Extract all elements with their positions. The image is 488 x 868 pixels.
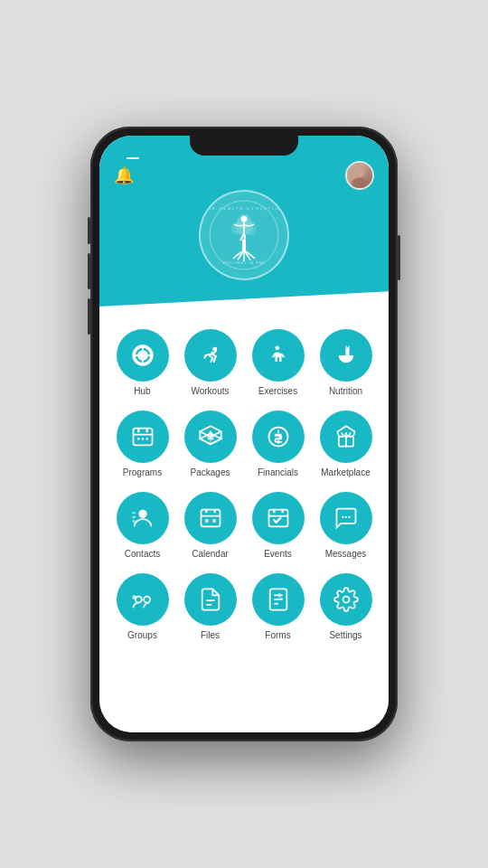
programs-label: Programs xyxy=(123,467,162,477)
nutrition-icon-circle xyxy=(320,329,372,382)
silent-switch xyxy=(88,298,90,335)
header-icons: 🔔 xyxy=(99,161,389,190)
svg-text:WELLNESS IN ONE: WELLNESS IN ONE xyxy=(222,261,265,265)
grid-item-financials[interactable]: Financials xyxy=(246,407,310,481)
svg-rect-34 xyxy=(205,519,209,523)
svg-point-41 xyxy=(344,516,346,518)
svg-rect-22 xyxy=(141,438,143,439)
financials-icon-circle xyxy=(252,410,305,463)
svg-rect-50 xyxy=(278,593,280,598)
bell-icon: 🔔 xyxy=(114,165,134,185)
events-icon-circle xyxy=(252,492,305,544)
svg-point-26 xyxy=(138,510,146,518)
svg-text:THE HEALTH EVOLUTION: THE HEALTH EVOLUTION xyxy=(208,206,280,211)
logo-circle: THE HEALTH EVOLUTION WELLNESS IN ONE xyxy=(199,190,289,280)
volume-up-button xyxy=(88,217,90,244)
grid-item-messages[interactable]: Messages xyxy=(314,488,378,562)
grid-item-forms[interactable]: Forms xyxy=(246,570,310,644)
exercises-icon-circle xyxy=(252,329,305,382)
svg-rect-51 xyxy=(280,598,282,599)
notification-bell[interactable]: 🔔 xyxy=(114,161,134,190)
notification-badge xyxy=(127,157,139,159)
svg-point-9 xyxy=(237,213,251,228)
hub-icon-circle xyxy=(117,329,169,382)
events-label: Events xyxy=(264,549,292,559)
svg-point-52 xyxy=(343,597,349,603)
svg-rect-28 xyxy=(132,516,136,518)
messages-icon-circle xyxy=(320,492,372,544)
svg-rect-27 xyxy=(132,512,136,514)
grid-item-packages[interactable]: Packages xyxy=(178,407,242,481)
grid-item-files[interactable]: Files xyxy=(178,570,242,644)
settings-label: Settings xyxy=(329,630,361,640)
grid-item-events[interactable]: Events xyxy=(246,488,310,562)
header-area: 🔔 xyxy=(99,136,389,335)
svg-rect-29 xyxy=(132,520,136,522)
grid-item-contacts[interactable]: Contacts xyxy=(110,488,174,562)
messages-label: Messages xyxy=(325,549,367,559)
svg-point-42 xyxy=(348,516,350,518)
groups-icon-circle xyxy=(117,573,169,626)
calendar-label: Calendar xyxy=(192,549,229,559)
grid-item-hub[interactable]: Hub xyxy=(110,326,174,400)
svg-rect-30 xyxy=(201,510,220,527)
logo-svg: THE HEALTH EVOLUTION WELLNESS IN ONE xyxy=(208,199,280,271)
svg-point-14 xyxy=(141,354,145,357)
phone-screen: 🔔 xyxy=(99,136,389,732)
grid-item-settings[interactable]: Settings xyxy=(314,570,378,644)
groups-label: Groups xyxy=(127,630,157,640)
grid-item-exercises[interactable]: Exercises xyxy=(246,326,310,400)
svg-point-1 xyxy=(352,178,368,189)
settings-icon-circle xyxy=(320,573,372,626)
svg-point-16 xyxy=(212,347,217,352)
grid-item-calendar[interactable]: Calendar xyxy=(178,488,242,562)
grid-item-nutrition[interactable]: Nutrition xyxy=(314,326,378,400)
forms-label: Forms xyxy=(265,630,290,640)
grid-item-workouts[interactable]: Workouts xyxy=(178,326,242,400)
grid-item-marketplace[interactable]: Marketplace xyxy=(314,407,378,481)
svg-rect-43 xyxy=(132,595,136,599)
hub-label: Hub xyxy=(134,386,150,396)
exercises-label: Exercises xyxy=(258,386,297,396)
avatar-image xyxy=(347,163,372,188)
svg-rect-36 xyxy=(268,510,287,527)
forms-icon-circle xyxy=(252,573,305,626)
svg-rect-3 xyxy=(242,240,246,250)
svg-rect-21 xyxy=(137,438,139,439)
packages-icon-circle xyxy=(184,410,237,463)
svg-point-0 xyxy=(355,167,365,177)
files-label: Files xyxy=(201,630,220,640)
notch xyxy=(190,136,298,156)
calendar-icon-circle xyxy=(184,492,237,544)
user-avatar[interactable] xyxy=(345,161,374,190)
programs-icon-circle xyxy=(117,410,169,463)
packages-label: Packages xyxy=(191,467,230,477)
power-button xyxy=(398,235,400,280)
grid-item-groups[interactable]: Groups xyxy=(110,570,174,644)
phone-frame: 🔔 xyxy=(90,127,398,741)
workouts-label: Workouts xyxy=(191,386,229,396)
contacts-icon-circle xyxy=(117,492,169,544)
svg-rect-17 xyxy=(133,429,152,446)
svg-rect-35 xyxy=(212,519,216,523)
svg-rect-23 xyxy=(145,438,147,439)
content-area: HubWorkoutsExercisesNutritionProgramsPac… xyxy=(99,307,389,732)
svg-point-40 xyxy=(342,516,343,518)
nutrition-label: Nutrition xyxy=(329,386,362,396)
main-grid: HubWorkoutsExercisesNutritionProgramsPac… xyxy=(110,326,378,644)
marketplace-icon-circle xyxy=(320,410,372,463)
files-icon-circle xyxy=(184,573,237,626)
grid-item-programs[interactable]: Programs xyxy=(110,407,174,481)
workouts-icon-circle xyxy=(184,329,237,382)
financials-label: Financials xyxy=(258,467,298,477)
logo-container: THE HEALTH EVOLUTION WELLNESS IN ONE xyxy=(199,190,289,280)
svg-rect-19 xyxy=(145,429,147,433)
contacts-label: Contacts xyxy=(125,549,160,559)
marketplace-label: Marketplace xyxy=(321,467,370,477)
volume-down-button xyxy=(88,253,90,289)
svg-rect-18 xyxy=(137,429,139,433)
svg-rect-24 xyxy=(207,435,213,440)
